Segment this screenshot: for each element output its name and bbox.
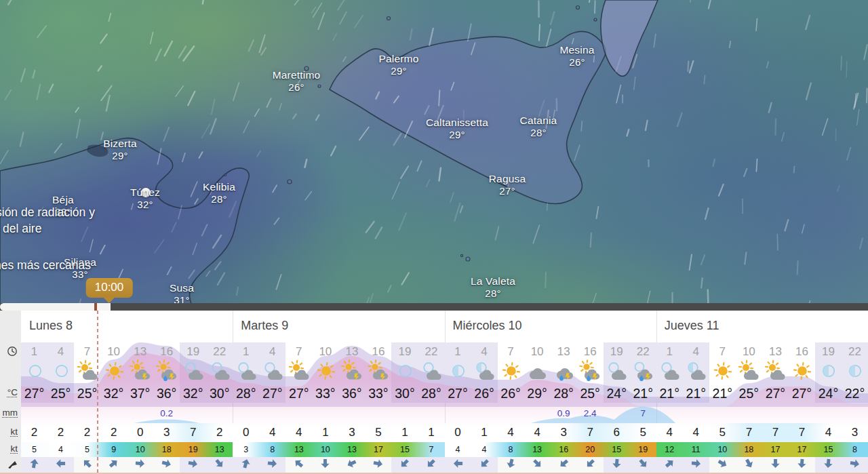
gust-cell[interactable]: 15	[604, 442, 630, 457]
day-header[interactable]: Lunes 8	[21, 311, 233, 342]
rain-cell[interactable]: 0.9	[551, 403, 577, 423]
rain-cell[interactable]	[524, 403, 551, 423]
rain-cell[interactable]	[471, 403, 498, 423]
hour-cell[interactable]: 10	[312, 342, 338, 361]
icon-cell[interactable]	[338, 361, 365, 384]
icon-cell[interactable]	[524, 361, 551, 384]
arrow-cell[interactable]	[312, 457, 338, 473]
hour-cell[interactable]: 22	[630, 342, 656, 361]
wind-cell[interactable]: 1	[312, 423, 338, 442]
arrow-cell[interactable]	[365, 457, 391, 473]
icon-cell[interactable]	[498, 361, 524, 384]
icon-cell[interactable]	[736, 361, 762, 384]
hour-cell[interactable]: 19	[604, 342, 630, 361]
city-label[interactable]: Mesina 26°	[559, 44, 594, 68]
hour-cell[interactable]: 7	[498, 342, 524, 361]
temp-cell[interactable]: 28°	[233, 384, 259, 403]
gust-unit-label[interactable]: kt	[10, 443, 18, 454]
arrow-cell[interactable]	[736, 457, 762, 473]
temp-cell[interactable]: 21°	[683, 384, 709, 403]
gust-cell[interactable]: 15	[815, 442, 842, 457]
hour-cell[interactable]: 19	[391, 342, 418, 361]
temp-cell[interactable]: 25°	[47, 384, 74, 403]
city-label[interactable]: Bizerta 29°	[103, 138, 137, 162]
icon-cell[interactable]	[445, 361, 471, 384]
hour-cell[interactable]: 10	[524, 342, 551, 361]
wind-cell[interactable]: 2	[206, 423, 233, 442]
temp-cell[interactable]: 28°	[551, 384, 577, 403]
arrow-cell[interactable]	[338, 457, 365, 473]
hour-cell[interactable]: 16	[365, 342, 391, 361]
wind-cell[interactable]: 1	[418, 423, 444, 442]
city-label[interactable]: La Valeta 28°	[471, 275, 515, 300]
rain-cell[interactable]	[789, 403, 815, 423]
arrow-cell[interactable]	[762, 457, 789, 473]
arrow-cell[interactable]	[524, 457, 551, 473]
gust-cell[interactable]: 20	[577, 442, 604, 457]
day-header[interactable]: Martes 9	[233, 311, 444, 342]
temp-cell[interactable]: 24°	[604, 384, 630, 403]
arrow-cell[interactable]	[789, 457, 815, 473]
rain-cell[interactable]	[47, 403, 74, 423]
arrow-cell[interactable]	[815, 457, 842, 473]
rain-cell[interactable]	[683, 403, 709, 423]
gust-cell[interactable]: 4	[47, 442, 74, 457]
temp-cell[interactable]: 37°	[127, 384, 153, 403]
icon-cell[interactable]	[21, 361, 47, 384]
arrow-cell[interactable]	[47, 457, 74, 473]
rain-cell[interactable]	[206, 403, 233, 423]
gust-cell[interactable]: 9	[100, 442, 127, 457]
temp-cell[interactable]: 36°	[338, 384, 365, 403]
wind-cell[interactable]: 3	[842, 423, 868, 442]
wind-cell[interactable]: 5	[365, 423, 391, 442]
wind-cell[interactable]: 6	[604, 423, 630, 442]
wind-cell[interactable]: 2	[21, 423, 47, 442]
gust-cell[interactable]: 13	[338, 442, 365, 457]
gust-cell[interactable]: 17	[762, 442, 789, 457]
icon-cell[interactable]	[259, 361, 285, 384]
hour-cell[interactable]: 13	[127, 342, 153, 361]
rain-cell[interactable]: 0.2	[153, 403, 180, 423]
rain-cell[interactable]	[312, 403, 338, 423]
wind-cell[interactable]: 0	[233, 423, 259, 442]
icon-cell[interactable]	[762, 361, 789, 384]
temp-unit-label[interactable]: °C	[7, 387, 18, 397]
wind-cell[interactable]: 4	[815, 423, 842, 442]
temp-cell[interactable]: 25°	[736, 384, 762, 403]
hour-cell[interactable]: 7	[285, 342, 312, 361]
gust-cell[interactable]: 18	[153, 442, 180, 457]
rain-cell[interactable]	[498, 403, 524, 423]
hour-cell[interactable]: 22	[206, 342, 233, 361]
rain-cell[interactable]	[391, 403, 418, 423]
rain-cell[interactable]	[418, 403, 444, 423]
wind-cell[interactable]: 4	[259, 423, 285, 442]
temp-cell[interactable]: 27°	[789, 384, 815, 403]
city-label[interactable]: Palermo 29°	[378, 53, 418, 77]
arrow-cell[interactable]	[285, 457, 312, 473]
rain-cell[interactable]	[656, 403, 683, 423]
rain-cell[interactable]	[259, 403, 285, 423]
temp-cell[interactable]: 28°	[418, 384, 444, 403]
rain-cell[interactable]	[604, 403, 630, 423]
hour-cell[interactable]: 22	[842, 342, 868, 361]
city-label[interactable]: Marettimo 26°	[273, 69, 321, 94]
icon-cell[interactable]	[365, 361, 391, 384]
arrow-cell[interactable]	[630, 457, 656, 473]
icon-cell[interactable]	[418, 361, 444, 384]
temp-cell[interactable]: 32°	[180, 384, 206, 403]
gust-cell[interactable]: 5	[74, 442, 100, 457]
hour-cell[interactable]: 7	[74, 342, 100, 361]
hour-cell[interactable]: 4	[259, 342, 285, 361]
icon-cell[interactable]	[577, 361, 604, 384]
wind-cell[interactable]: 1	[391, 423, 418, 442]
wind-cell[interactable]: 4	[683, 423, 709, 442]
rain-cell[interactable]	[709, 403, 736, 423]
hour-cell[interactable]: 4	[471, 342, 498, 361]
arrow-cell[interactable]	[74, 457, 100, 473]
icon-cell[interactable]	[604, 361, 630, 384]
gust-cell[interactable]: 10	[312, 442, 338, 457]
wind-cell[interactable]: 3	[551, 423, 577, 442]
arrow-cell[interactable]	[153, 457, 180, 473]
icon-cell[interactable]	[153, 361, 180, 384]
wind-cell[interactable]: 7	[180, 423, 206, 442]
